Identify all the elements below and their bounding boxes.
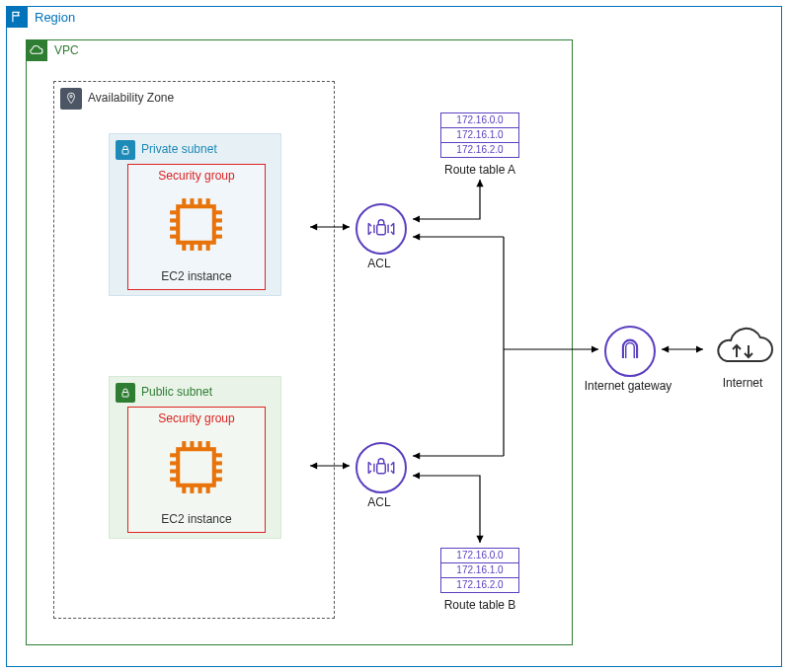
acl-bottom-icon	[355, 442, 407, 493]
public-ec2-label: EC2 instance	[128, 512, 265, 526]
public-security-group-label: Security group	[128, 411, 265, 425]
route-table-a-row: 172.16.0.0	[441, 113, 518, 128]
az-label: Availability Zone	[88, 91, 174, 105]
acl-bottom-label: ACL	[330, 495, 429, 509]
private-ec2-label: EC2 instance	[128, 269, 265, 283]
public-security-group-box: Security group EC2 instance	[127, 407, 266, 533]
route-table-a-label: Route table A	[440, 163, 519, 177]
route-table-b-row: 172.16.1.0	[441, 563, 518, 578]
route-table-b-box: 172.16.0.0 172.16.1.0 172.16.2.0 Route t…	[440, 548, 519, 612]
internet-label: Internet	[707, 376, 778, 390]
route-table-a-row: 172.16.2.0	[441, 143, 518, 157]
vpc-label: VPC	[54, 43, 79, 57]
internet-cloud-icon	[707, 320, 778, 371]
vpc-cloud-icon	[26, 39, 47, 61]
route-table-a-box: 172.16.0.0 172.16.1.0 172.16.2.0 Route t…	[440, 112, 519, 177]
svg-rect-42	[377, 464, 386, 474]
internet-gateway-icon	[604, 326, 656, 377]
private-subnet-label: Private subnet	[141, 142, 217, 156]
route-table-b-row: 172.16.2.0	[441, 578, 518, 592]
private-security-group-label: Security group	[128, 169, 265, 183]
public-subnet-box: Public subnet Security group EC2 instanc…	[109, 376, 281, 539]
private-security-group-box: Security group EC2 instance	[127, 164, 266, 290]
svg-rect-2	[178, 206, 214, 243]
internet-gateway-label: Internet gateway	[579, 379, 677, 393]
svg-point-0	[70, 96, 72, 98]
region-flag-icon	[6, 6, 28, 28]
acl-top-icon	[355, 203, 407, 255]
private-subnet-lock-icon	[116, 140, 135, 160]
public-ec2-chip-icon	[164, 435, 228, 499]
public-subnet-lock-icon	[116, 383, 135, 403]
svg-rect-19	[122, 393, 128, 398]
route-table-b-label: Route table B	[440, 598, 519, 612]
region-label: Region	[35, 10, 75, 25]
acl-top-label: ACL	[330, 257, 429, 270]
public-subnet-label: Public subnet	[141, 385, 212, 399]
svg-rect-37	[377, 225, 386, 235]
availability-zone-box: Availability Zone Private subnet Securit…	[53, 81, 335, 619]
svg-rect-1	[122, 150, 128, 155]
route-table-b-row: 172.16.0.0	[441, 549, 518, 563]
private-ec2-chip-icon	[164, 192, 228, 257]
private-subnet-box: Private subnet Security group EC2 instan…	[109, 133, 281, 296]
svg-rect-20	[178, 449, 214, 485]
route-table-a-row: 172.16.1.0	[441, 128, 518, 143]
internet-cloud: Internet	[707, 320, 778, 390]
az-pin-icon	[60, 88, 82, 110]
